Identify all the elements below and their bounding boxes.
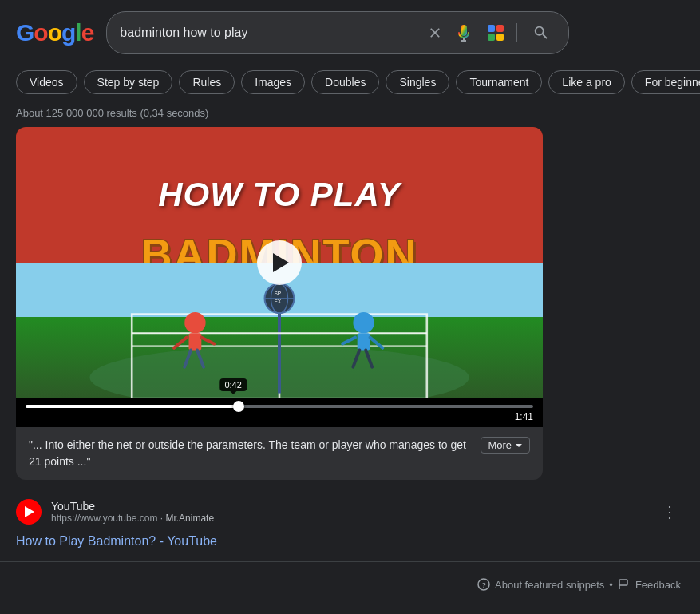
svg-text:EX: EX xyxy=(274,299,281,304)
video-title-link[interactable]: How to Play Badminton? - YouTube xyxy=(0,531,700,561)
chip-rules[interactable]: Rules xyxy=(179,70,235,94)
chip-images[interactable]: Images xyxy=(241,70,305,94)
google-logo[interactable]: Google xyxy=(16,19,93,46)
svg-rect-15 xyxy=(188,333,201,350)
snippet-text: "... Into either the net or outside the … xyxy=(29,437,474,470)
chip-for-beginners[interactable]: For beginners xyxy=(631,70,700,94)
clear-search-button[interactable] xyxy=(427,25,443,41)
play-icon xyxy=(273,253,289,272)
svg-line-22 xyxy=(342,337,355,343)
svg-rect-5 xyxy=(488,34,495,41)
search-bar xyxy=(106,11,569,54)
video-thumbnail[interactable]: HOW TO PLAY BADMINTON xyxy=(16,127,543,398)
svg-line-17 xyxy=(201,337,214,343)
youtube-play-icon xyxy=(25,506,34,517)
svg-rect-21 xyxy=(358,333,370,350)
chip-like-a-pro[interactable]: Like a pro xyxy=(548,70,624,94)
progress-bar[interactable]: 0:42 xyxy=(26,405,533,408)
chip-step-by-step[interactable]: Step by step xyxy=(84,70,173,94)
duration-text: 1:41 xyxy=(515,411,533,422)
progress-thumb[interactable]: 0:42 xyxy=(233,401,244,412)
more-button[interactable]: More xyxy=(481,437,530,454)
source-more-button[interactable]: ⋮ xyxy=(655,499,684,525)
chevron-down-icon xyxy=(515,442,523,450)
separator xyxy=(0,561,700,562)
image-search-button[interactable] xyxy=(484,22,507,44)
svg-text:SP: SP xyxy=(274,291,281,296)
controls-bottom: 1:41 xyxy=(26,411,533,422)
help-icon: ? xyxy=(477,578,490,591)
snippet-area: "... Into either the net or outside the … xyxy=(16,427,543,480)
chip-tournament[interactable]: Tournament xyxy=(456,70,542,94)
video-controls: 0:42 1:41 xyxy=(16,398,543,427)
svg-point-14 xyxy=(184,312,205,333)
about-snippets-link[interactable]: ? About featured snippets xyxy=(477,578,604,591)
search-divider xyxy=(516,23,517,42)
header: Google xyxy=(0,0,700,65)
youtube-logo xyxy=(16,499,42,525)
time-tooltip: 0:42 xyxy=(219,378,246,391)
source-row: YouTube https://www.youtube.com · Mr.Ani… xyxy=(0,493,700,531)
footer-dot: • xyxy=(609,579,613,591)
footer-bar: ? About featured snippets • Feedback xyxy=(0,572,700,597)
source-author: Mr.Animate xyxy=(165,513,214,524)
chip-doubles[interactable]: Doubles xyxy=(311,70,379,94)
play-button[interactable] xyxy=(257,240,302,285)
svg-rect-4 xyxy=(496,25,504,32)
svg-rect-6 xyxy=(496,34,504,41)
feedback-link[interactable]: Feedback xyxy=(618,578,681,591)
voice-search-button[interactable] xyxy=(453,22,475,44)
chip-singles[interactable]: Singles xyxy=(386,70,449,94)
results-info: About 125 000 000 results (0,34 seconds) xyxy=(0,102,700,127)
chips-row: VideosStep by stepRulesImagesDoublesSing… xyxy=(0,65,700,102)
source-info: YouTube https://www.youtube.com · Mr.Ani… xyxy=(51,500,646,524)
progress-fill xyxy=(26,405,239,408)
video-card: HOW TO PLAY BADMINTON xyxy=(16,127,543,480)
how-to-play-text: HOW TO PLAY xyxy=(158,176,400,214)
chip-videos[interactable]: Videos xyxy=(16,70,77,94)
svg-rect-3 xyxy=(488,25,495,32)
feedback-icon xyxy=(618,578,631,591)
search-submit-button[interactable] xyxy=(527,18,556,47)
source-url: https://www.youtube.com · Mr.Animate xyxy=(51,513,646,524)
source-name: YouTube xyxy=(51,500,646,513)
svg-text:?: ? xyxy=(482,581,487,589)
svg-point-20 xyxy=(353,312,374,333)
search-icons xyxy=(427,18,556,47)
search-input[interactable] xyxy=(120,26,419,40)
svg-rect-33 xyxy=(619,580,627,585)
